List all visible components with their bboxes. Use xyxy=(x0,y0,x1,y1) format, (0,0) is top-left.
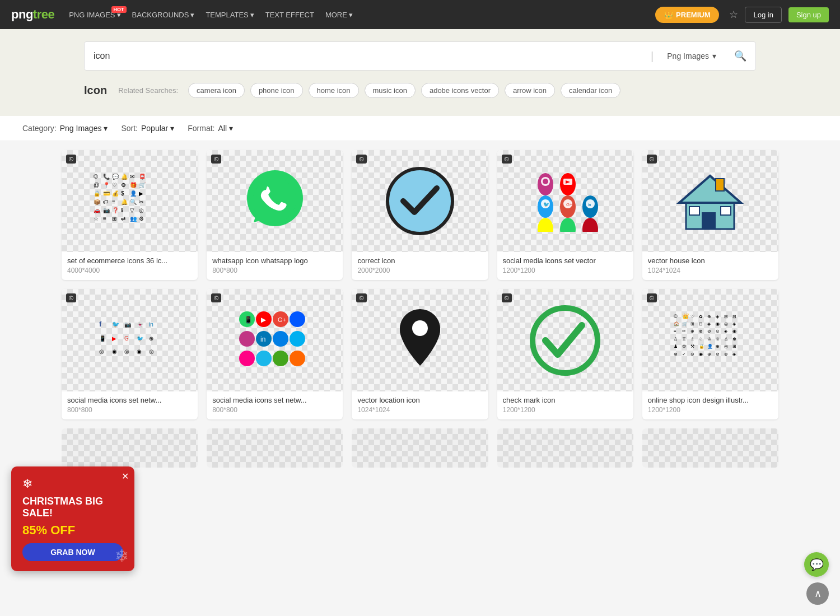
card-title: social media icons set vector xyxy=(503,256,628,265)
svg-text:✓: ✓ xyxy=(682,352,686,357)
svg-text:📞: 📞 xyxy=(103,173,110,180)
image-card-location[interactable]: © vector location icon 1024*1024 xyxy=(352,289,488,419)
partial-card-2[interactable] xyxy=(207,428,343,468)
svg-text:👻: 👻 xyxy=(137,321,144,328)
card-size: 1024*1024 xyxy=(357,406,482,414)
card-size: 800*800 xyxy=(67,406,192,414)
image-card-checkmark[interactable]: © check mark icon 1200*1200 xyxy=(497,289,633,419)
format-select[interactable]: All ▾ xyxy=(218,124,234,133)
svg-text:ℹ: ℹ xyxy=(121,207,123,213)
svg-text:📷: 📷 xyxy=(124,321,132,328)
partial-card-3[interactable] xyxy=(352,428,488,468)
search-icon: 🔍 xyxy=(734,50,746,62)
svg-text:◉: ◉ xyxy=(732,329,736,334)
sort-select[interactable]: Popular ▾ xyxy=(141,124,174,133)
svg-text:👑: 👑 xyxy=(682,312,689,320)
svg-point-40 xyxy=(543,179,548,184)
popup-close-button[interactable]: ✕ xyxy=(122,471,129,479)
star-icon[interactable]: ☆ xyxy=(729,8,738,21)
card-size: 1024*1024 xyxy=(648,267,773,274)
copyright-badge: © xyxy=(647,293,657,302)
nav-backgrounds[interactable]: BACKGROUNDS ▾ xyxy=(128,7,199,22)
svg-text:❓: ❓ xyxy=(112,207,119,214)
partial-card-1[interactable] xyxy=(62,428,198,468)
nav-templates[interactable]: TEMPLATES ▾ xyxy=(201,7,258,22)
svg-text:◎: ◎ xyxy=(139,207,144,213)
svg-text:📍: 📍 xyxy=(103,181,110,189)
image-card-correct[interactable]: © correct icon 2000*2000 xyxy=(352,150,488,280)
image-card-shop[interactable]: © © 👑 ♡ ✿ ⊕ ◈ ⊞ ⊟ 🏠 🛒 ⊞ ⊟ xyxy=(642,289,778,419)
svg-text:🔔: 🔔 xyxy=(121,173,128,180)
card-size: 800*800 xyxy=(212,267,337,274)
category-select[interactable]: Png Images ▾ xyxy=(60,124,108,133)
image-card-social-round[interactable]: © 📱 ▶ G+ in xyxy=(207,289,343,419)
svg-text:✉: ✉ xyxy=(130,174,134,180)
partial-card-4[interactable] xyxy=(497,428,633,468)
svg-text:⊕: ⊕ xyxy=(707,314,711,319)
related-tag-music[interactable]: music icon xyxy=(365,83,416,98)
dropdown-icon: ▾ xyxy=(349,11,353,19)
signup-button[interactable]: Sign up xyxy=(788,7,829,22)
svg-text:🔔: 🔔 xyxy=(121,198,128,206)
svg-text:⊕: ⊕ xyxy=(690,329,694,334)
svg-point-89 xyxy=(239,331,255,347)
image-card-whatsapp[interactable]: © whatsapp icon whatsapp logo 800*800 xyxy=(207,150,343,280)
dropdown-icon: ▾ xyxy=(229,124,233,133)
svg-text:©: © xyxy=(674,314,678,319)
dropdown-icon: ▾ xyxy=(190,11,194,19)
partial-card-5[interactable] xyxy=(642,428,778,468)
login-button[interactable]: Log in xyxy=(745,7,781,23)
related-tag-arrow[interactable]: arrow icon xyxy=(505,83,555,98)
related-tag-phone[interactable]: phone icon xyxy=(250,83,303,98)
premium-button[interactable]: 👑 PREMIUM xyxy=(655,7,719,23)
svg-text:≡: ≡ xyxy=(112,199,115,205)
svg-text:🔍: 🔍 xyxy=(130,198,137,206)
svg-rect-64 xyxy=(716,179,724,191)
image-grid: © © 📞 💬 🔔 ✉ 📮 @ 📍 ♡ ⚙ 🎁 xyxy=(62,150,778,419)
logo-png: png xyxy=(11,7,33,22)
nav-more[interactable]: MORE ▾ xyxy=(321,7,357,22)
svg-text:🎁: 🎁 xyxy=(130,181,137,189)
search-button[interactable]: 🔍 xyxy=(725,42,755,70)
image-card-house[interactable]: © xyxy=(642,150,778,280)
svg-text:◈: ◈ xyxy=(707,321,711,326)
svg-text:♚: ♚ xyxy=(732,337,736,342)
svg-text:▶: ▶ xyxy=(261,316,267,324)
search-input[interactable] xyxy=(85,43,646,69)
christmas-popup: ✕ ❄ CHRISTMAS BIG SALE! 85% OFF GRAB NOW… xyxy=(11,466,134,479)
snowflake-icon: ❄ xyxy=(22,477,123,479)
svg-text:⊗: ⊗ xyxy=(674,352,678,357)
svg-text:♡: ♡ xyxy=(112,182,117,188)
image-card-social-media[interactable]: © xyxy=(497,150,633,280)
svg-text:♡: ♡ xyxy=(690,314,694,319)
svg-text:@: @ xyxy=(94,182,99,188)
copyright-badge: © xyxy=(356,155,366,164)
svg-text:🏠: 🏠 xyxy=(674,321,679,326)
svg-rect-66 xyxy=(721,207,731,215)
nav-text-effect[interactable]: TEXT EFFECT xyxy=(261,7,319,22)
related-tag-calendar[interactable]: calendar icon xyxy=(561,83,620,98)
svg-text:🐦: 🐦 xyxy=(543,201,550,208)
svg-text:♟: ♟ xyxy=(674,344,678,349)
dropdown-icon: ▾ xyxy=(104,124,108,133)
logo[interactable]: pngtree xyxy=(11,7,54,22)
svg-text:♘: ♘ xyxy=(699,337,703,342)
svg-text:👥: 👥 xyxy=(130,215,137,222)
related-tag-home[interactable]: home icon xyxy=(309,83,359,98)
category-selector[interactable]: Png Images ▾ xyxy=(658,52,725,60)
svg-text:📷: 📷 xyxy=(103,207,110,214)
related-tag-camera[interactable]: camera icon xyxy=(188,83,245,98)
related-tag-adobe[interactable]: adobe icons vector xyxy=(421,83,499,98)
card-size: 800*800 xyxy=(212,406,337,414)
crown-icon: 👑 xyxy=(664,11,673,19)
format-filter: Format: All ▾ xyxy=(188,124,233,133)
nav-png-images[interactable]: PNG IMAGES HOT ▾ xyxy=(64,7,125,22)
svg-marker-62 xyxy=(679,176,741,203)
svg-text:◎: ◎ xyxy=(724,321,728,326)
card-size: 1200*1200 xyxy=(648,406,773,414)
svg-text:⊞: ⊞ xyxy=(732,344,736,349)
svg-text:⚙: ⚙ xyxy=(139,216,144,222)
svg-text:◎: ◎ xyxy=(149,348,154,354)
image-card-ecommerce[interactable]: © © 📞 💬 🔔 ✉ 📮 @ 📍 ♡ ⚙ 🎁 xyxy=(62,150,198,280)
image-card-social2[interactable]: © f 🐦 📷 👻 in 📱 ▶ G 🐦 ⊕ ◎ ◉ xyxy=(62,289,198,419)
